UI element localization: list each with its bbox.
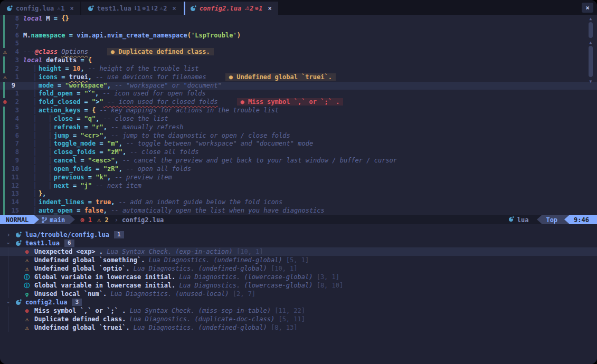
code-line[interactable]: 9 ▏ ▏cancel = "<esc>", -- cancel the pre… [0,157,597,165]
line-number[interactable]: 3 [10,107,19,115]
trouble-count-badge: 6 [64,240,74,247]
git-sign [0,207,10,215]
indent-guide [8,273,8,281]
trouble-file-name: lua/trouble/config.lua [25,231,109,238]
code-line[interactable]: 6 ▏ ▏jump = "<cr>", -- jump to the diagn… [0,132,597,140]
trouble-message: Unused local `num`. [34,290,107,298]
code-text: ▏action_keys = { -- key mappings for act… [19,107,279,115]
tab-close-icon[interactable]: × [268,5,272,12]
scroll-thumb[interactable] [589,46,593,77]
trouble-file-row[interactable]: ›config2.lua3 [0,298,597,306]
line-number[interactable]: 11 [10,174,19,182]
chevron-down-icon[interactable]: › [5,240,12,246]
chevron-right-icon[interactable]: › [5,231,12,238]
chevron-down-icon[interactable]: › [5,299,12,305]
tab-close-icon[interactable]: × [172,5,176,12]
git-sign [0,157,10,165]
tab-close-icon[interactable]: × [70,5,74,12]
code-line[interactable]: 7 [0,23,597,32]
line-number[interactable]: 10 [10,165,19,174]
trouble-item[interactable]: ⊗Unexpected <exp> . Lua Syntax Check. (e… [0,247,597,256]
code-line[interactable]: 4 ▏ ▏close = "q", -- close the list [0,115,597,123]
warning-icon: ⚠ [23,265,31,272]
line-number[interactable]: 5 [10,123,19,132]
line-number[interactable]: 4 [10,115,19,123]
trouble-file-row[interactable]: ›test1.lua6 [0,239,597,247]
trouble-item[interactable]: ⓘGlobal variable in lowercase initial. L… [0,273,597,281]
statusline-diagnostics: ⊗ 1⚠ 2 [75,215,110,224]
code-line[interactable]: ⚠4---@class Options● Duplicate defined c… [0,48,597,56]
code-line[interactable]: 3 ▏action_keys = { -- key mappings for a… [0,107,597,115]
code-line[interactable]: 3local defaults = { [0,56,597,65]
trouble-count-badge: 1 [114,231,124,238]
line-number[interactable]: 2 [10,65,19,73]
line-number[interactable]: 5 [10,40,19,48]
code-line[interactable]: 5 [0,40,597,48]
code-line[interactable]: 10 ▏ ▏open_folds = "zR", -- open all fol… [0,165,597,174]
code-line[interactable]: 15 ▏auto_open = false, -- automatically … [0,207,597,215]
scrollbar[interactable]: ▲ ▲ ▼ [587,15,594,215]
line-number[interactable]: 7 [10,140,19,148]
code-line[interactable]: 7 ▏ ▏toggle_mode = "m", -- toggle betwee… [0,140,597,148]
trouble-file-row[interactable]: ›lua/trouble/config.lua1 [0,231,597,239]
tabbar-close-button[interactable]: × [582,3,593,13]
trouble-count-badge: 3 [72,299,82,306]
code-line[interactable]: ⚠1 ▏icons = truei, -- use devicons for f… [0,73,597,82]
line-number[interactable]: 6 [10,132,19,140]
trouble-item[interactable]: ϙUnused local `num`. Lua Diagnostics. (u… [0,290,597,298]
code-line[interactable]: 11 ▏ ▏previous = "k", -- preview item [0,174,597,182]
trouble-item[interactable]: ⚠Undefined global `optio`. Lua Diagnosti… [0,264,597,273]
trouble-item[interactable]: ⓘGlobal variable in lowercase initial. L… [0,281,597,290]
code-line[interactable]: 9 ▏mode = "workspace", -- "workspace" or… [0,82,597,90]
code-line[interactable]: 13 ▏}, [0,190,597,198]
tab-badge-info: ℹ2 [151,5,158,12]
line-number[interactable]: 6 [10,32,19,40]
line-number[interactable]: 1 [10,73,19,82]
code-line[interactable]: 2 ▏height = 10, -- height of the trouble… [0,65,597,73]
line-number[interactable]: 2 [10,98,19,107]
tab-config.lua[interactable]: config.lua⚠1× [0,2,81,15]
filetype-label: lua [517,216,529,224]
code-line[interactable]: 12 ▏ ▏next = "j" -- next item [0,182,597,190]
line-number[interactable]: 4 [10,48,19,56]
lua-file-icon [15,299,22,305]
tab-config2.lua[interactable]: config2.lua⚠2⊗1× [184,2,279,15]
trouble-item[interactable]: ⊗Miss symbol `,` or `;` . Lua Syntax Che… [0,306,597,315]
scroll-thumb[interactable] [589,22,593,38]
trouble-item[interactable]: ⚠Undefined global `something`. Lua Diagn… [0,256,597,264]
line-number[interactable]: 9 [10,82,19,90]
trouble-item[interactable]: ⚠Undefined global `truei`. Lua Diagnosti… [0,323,597,332]
code-line[interactable]: 5 ▏ ▏refresh = "r", -- manually refresh [0,123,597,132]
code-line[interactable]: 8 ▏ ▏close_folds = "zM", -- close all fo… [0,148,597,157]
powerline-separator [537,215,542,224]
indent-guide [8,315,8,323]
code-text [19,40,23,48]
line-number[interactable]: 8 [10,15,19,23]
line-number[interactable]: 8 [10,148,19,157]
line-number[interactable]: 9 [10,157,19,165]
line-number[interactable]: 7 [10,23,19,32]
line-number[interactable]: 12 [10,182,19,190]
git-add-bar [3,40,5,48]
mode-label: NORMAL [6,216,29,224]
scroll-up-icon[interactable]: ▲ [587,40,594,46]
line-number[interactable]: 15 [10,207,19,215]
trouble-message: Miss symbol `,` or `;` . [34,307,126,314]
tab-test1.lua[interactable]: test1.luaℹ1⊗1ℹ2⚠2× [81,2,184,15]
line-number[interactable]: 14 [10,198,19,207]
trouble-item[interactable]: ⚠Duplicate defined class. Lua Diagnostic… [0,315,597,323]
tab-badge-warning: ⚠2 [244,5,253,12]
code-line[interactable]: 8local M = {} [0,15,597,23]
line-number[interactable]: 1 [10,90,19,98]
terminal-window: config.lua⚠1×test1.luaℹ1⊗1ℹ2⚠2×config2.l… [0,0,597,364]
code-line[interactable]: 1 ▏fold_open = "˅", -- icon used for ope… [0,90,597,98]
scroll-down-icon[interactable]: ▼ [587,79,594,85]
code-line[interactable]: ⊗2 ▏fold_closed = ">" -- icon used for c… [0,98,597,107]
code-line[interactable]: 6M.namespace = vim.api.nvim_create_names… [0,32,597,40]
line-number[interactable]: 3 [10,56,19,65]
file-icon [15,299,22,305]
git-sign [0,182,10,190]
scroll-up-icon[interactable]: ▲ [587,16,594,22]
code-line[interactable]: 14 ▏indent_lines = true, -- add an inden… [0,198,597,207]
line-number[interactable]: 13 [10,190,19,198]
